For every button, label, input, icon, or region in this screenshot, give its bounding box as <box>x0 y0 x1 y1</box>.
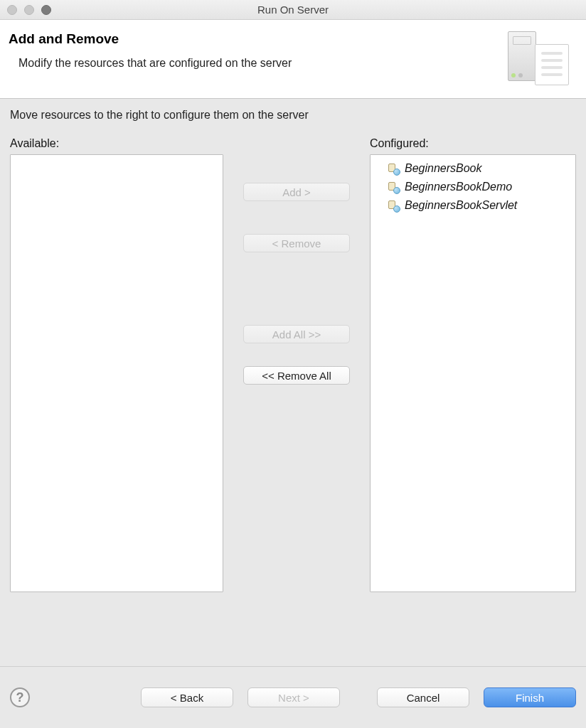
instruction-text: Move resources to the right to configure… <box>10 109 576 122</box>
wizard-footer: ? < Back Next > Cancel Finish <box>0 667 586 728</box>
back-button[interactable]: < Back <box>141 687 233 707</box>
list-item[interactable]: BeginnersBookServlet <box>371 196 575 215</box>
available-label: Available: <box>10 137 223 150</box>
configured-list[interactable]: BeginnersBookBeginnersBookDemoBeginnersB… <box>370 154 576 592</box>
list-item-label: BeginnersBookServlet <box>405 199 517 212</box>
window-controls <box>7 5 51 15</box>
web-project-icon <box>388 200 399 211</box>
wizard-header-text: Add and Remove Modify the resources that… <box>9 31 292 71</box>
configured-label: Configured: <box>370 137 576 150</box>
next-button[interactable]: Next > <box>247 687 340 707</box>
transfer-buttons: Add > < Remove Add All >> << Remove All <box>223 154 370 592</box>
zoom-window-icon[interactable] <box>41 5 51 15</box>
available-list[interactable] <box>10 154 223 592</box>
minimize-window-icon[interactable] <box>24 5 34 15</box>
list-item[interactable]: BeginnersBook <box>371 159 575 178</box>
help-icon[interactable]: ? <box>10 687 30 707</box>
wizard-header: Add and Remove Modify the resources that… <box>0 20 586 99</box>
page-subtitle: Modify the resources that are configured… <box>18 57 292 70</box>
web-project-icon <box>388 163 399 174</box>
run-on-server-dialog: Run On Server Add and Remove Modify the … <box>0 0 586 728</box>
finish-button[interactable]: Finish <box>484 687 576 707</box>
remove-button[interactable]: < Remove <box>243 234 350 252</box>
list-labels: Available: Configured: <box>10 137 576 150</box>
server-illustration-icon <box>508 31 573 88</box>
wizard-body: Move resources to the right to configure… <box>0 99 586 631</box>
transfer-lists: Add > < Remove Add All >> << Remove All … <box>10 154 576 592</box>
add-button[interactable]: Add > <box>243 183 350 201</box>
cancel-button[interactable]: Cancel <box>377 687 469 707</box>
page-title: Add and Remove <box>9 31 292 47</box>
list-item-label: BeginnersBookDemo <box>405 181 512 193</box>
window-title: Run On Server <box>0 4 586 16</box>
web-project-icon <box>388 181 399 193</box>
titlebar: Run On Server <box>0 0 586 20</box>
list-item-label: BeginnersBook <box>405 162 482 175</box>
remove-all-button[interactable]: << Remove All <box>243 366 350 385</box>
list-item[interactable]: BeginnersBookDemo <box>371 178 575 196</box>
close-window-icon[interactable] <box>7 5 17 15</box>
add-all-button[interactable]: Add All >> <box>243 325 350 343</box>
